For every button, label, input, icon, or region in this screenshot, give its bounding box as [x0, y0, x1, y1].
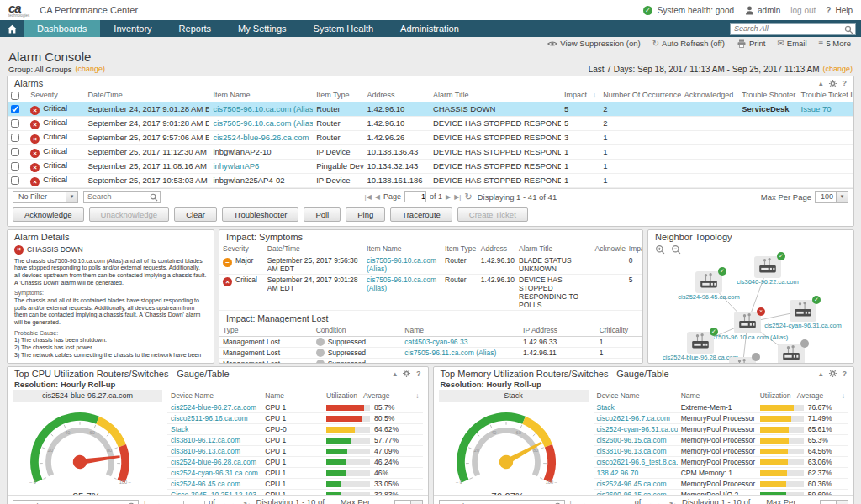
- topology-node[interactable]: cis2524-96.45.ca.com: [695, 271, 722, 293]
- col-alarm-title[interactable]: Alarm Title: [430, 89, 561, 102]
- row-checkbox[interactable]: [11, 176, 19, 185]
- page-number-input[interactable]: [183, 501, 205, 504]
- topology-node[interactable]: cis720496-6.ca.com.cis96 10: [778, 344, 805, 364]
- utilization-row[interactable]: 138.42.96.70 CPM Memory: 1 62.37%: [594, 467, 849, 478]
- group-change-link[interactable]: (change): [76, 65, 106, 74]
- row-checkbox[interactable]: [11, 148, 19, 156]
- utilization-row[interactable]: cisco2621-96.7.ca.com MemoryPool Process…: [594, 412, 849, 423]
- action-button[interactable]: Troubleshooter: [222, 207, 299, 222]
- utilization-row[interactable]: cisco2621-96.6_test.8.ca.com MemoryPool …: [594, 456, 849, 467]
- max-per-page-select[interactable]: 10 ▾: [820, 500, 848, 504]
- alarm-row[interactable]: Critical September 25, 2017 11:12:30 AM …: [8, 144, 853, 159]
- page-first-button[interactable]: |◀: [144, 499, 151, 504]
- cell-item-name[interactable]: cis2524-blue-96.26.ca.com: [209, 130, 313, 144]
- tab-administration[interactable]: Administration: [387, 20, 473, 37]
- page-first-button[interactable]: |◀: [365, 193, 372, 201]
- logout-link[interactable]: log out: [790, 6, 816, 15]
- cell-item-name[interactable]: inbgwlan225AP4-02: [209, 173, 313, 187]
- memory-search-input[interactable]: [439, 500, 565, 504]
- date-change-link[interactable]: (change): [822, 65, 853, 74]
- alarm-row[interactable]: Critical September 24, 2017 9:01:28 AM E…: [8, 102, 853, 116]
- utilization-row[interactable]: cis3810-96.12.ca.com CPU 1 57.77%: [167, 434, 423, 445]
- cell-trouble-ticket[interactable]: [798, 116, 853, 130]
- col-item-type[interactable]: Item Type: [313, 89, 363, 102]
- alarm-row[interactable]: Critical September 25, 2017 11:08:16 AM …: [8, 159, 853, 173]
- refresh-icon[interactable]: ↻: [243, 501, 251, 504]
- symptom-row[interactable]: Major September 25, 2017 9:56:38 AM EDT …: [219, 255, 642, 274]
- print-button[interactable]: Print: [737, 39, 766, 49]
- row-checkbox[interactable]: [11, 105, 19, 113]
- action-button[interactable]: Traceroute: [390, 207, 452, 222]
- cell-trouble-ticket[interactable]: [798, 130, 853, 144]
- email-button[interactable]: ✉ Email: [777, 39, 806, 48]
- collapse-icon[interactable]: ▴: [819, 79, 823, 87]
- page-first-button[interactable]: |◀: [570, 499, 577, 504]
- tab-reports[interactable]: Reports: [166, 20, 225, 37]
- gear-icon[interactable]: [828, 79, 837, 88]
- col-trouble-ticket[interactable]: Trouble Ticket ID: [798, 89, 853, 102]
- refresh-icon[interactable]: ↻: [669, 501, 677, 504]
- tab-inventory[interactable]: Inventory: [100, 20, 165, 37]
- management-lost-row[interactable]: Management Lost Suppressed cat4503-cyan-…: [219, 336, 642, 347]
- action-button[interactable]: Ping: [346, 207, 385, 222]
- utilization-row[interactable]: cis2600-96.15.ca.com MemoryPool Processo…: [594, 434, 849, 445]
- page-number-input[interactable]: [404, 191, 426, 202]
- collapse-icon[interactable]: ▴: [819, 370, 823, 378]
- col-trouble-shooter[interactable]: Trouble Shooter: [738, 89, 797, 102]
- gear-icon[interactable]: [828, 369, 837, 378]
- refresh-icon[interactable]: ↻: [464, 192, 472, 202]
- col-item-name[interactable]: Item Name: [209, 89, 313, 102]
- utilization-row[interactable]: Stack CPU-0 64.62%: [167, 423, 423, 434]
- alarm-row[interactable]: Critical September 24, 2017 9:01:28 AM E…: [8, 116, 853, 130]
- col-occurrences[interactable]: Number Of Occurrences: [600, 89, 681, 102]
- utilization-row[interactable]: cis2524-cyan-96.31.ca.com MemoryPool Pro…: [594, 423, 849, 434]
- col-severity[interactable]: Severity: [27, 89, 84, 102]
- tab-my-settings[interactable]: My Settings: [224, 20, 299, 37]
- cell-trouble-ticket[interactable]: [798, 159, 853, 173]
- utilization-row[interactable]: cis3810-96.13.ca.com CPU 1 47.09%: [167, 445, 423, 456]
- topology-node[interactable]: cis2524-cyan-96.31.ca.com: [790, 300, 816, 322]
- view-suppression-toggle[interactable]: View Suppression (on): [547, 39, 640, 49]
- management-lost-row[interactable]: Management Lost Suppressed cis7505-96.11…: [219, 347, 642, 358]
- utilization-row[interactable]: cis2524-blue-96.28.ca.com CPU 1 46.24%: [167, 456, 423, 467]
- page-number-input[interactable]: [610, 501, 631, 504]
- select-all-checkbox[interactable]: [11, 92, 19, 100]
- topology-node[interactable]: cis7505-96.10.ca.com (Alias): [734, 312, 761, 333]
- collapse-icon[interactable]: ▴: [393, 370, 397, 378]
- filter-dropdown[interactable]: No Filter ▾: [13, 191, 78, 203]
- page-last-button[interactable]: ▶|: [454, 193, 461, 201]
- alarm-row[interactable]: Critical September 25, 2017 9:57:06 AM E…: [8, 130, 853, 144]
- utilization-row[interactable]: cis2524-96.45.ca.com MemoryPool Processo…: [594, 478, 849, 489]
- symptom-row[interactable]: Critical September 24, 2017 9:01:28 AM E…: [219, 274, 642, 310]
- tab-system-health[interactable]: System Health: [300, 20, 388, 37]
- cell-item-name[interactable]: cis7505-96.10.ca.com (Alias): [209, 116, 313, 130]
- utilization-row[interactable]: cisco2511-96.16.ca.com CPU 1 80.5%: [167, 412, 423, 423]
- action-button[interactable]: Acknowledge: [13, 207, 84, 222]
- cpu-search-input[interactable]: [13, 500, 139, 504]
- utilization-row[interactable]: cis2524-96.45.ca.com CPU 1 33.05%: [167, 478, 423, 489]
- gear-icon[interactable]: [402, 369, 411, 378]
- panel-help-icon[interactable]: ?: [843, 370, 848, 378]
- action-button[interactable]: Unacknowledge: [89, 207, 170, 222]
- row-checkbox[interactable]: [11, 162, 19, 171]
- cell-trouble-ticket[interactable]: Issue 70: [798, 102, 853, 116]
- cell-trouble-ticket[interactable]: [798, 173, 853, 187]
- search-icon[interactable]: [150, 193, 158, 202]
- cell-item-name[interactable]: inbgwlanAP2-10: [209, 144, 313, 159]
- home-button[interactable]: [0, 20, 24, 37]
- topology-node[interactable]: cis3640-96.22.ca.com: [754, 256, 781, 278]
- topology-node[interactable]: cis2524-blue-96.28.ca.com: [687, 332, 714, 354]
- action-button[interactable]: Poll: [304, 207, 341, 222]
- panel-help-icon[interactable]: ?: [843, 79, 848, 87]
- cell-trouble-ticket[interactable]: [798, 144, 853, 159]
- action-button[interactable]: Clear: [174, 207, 217, 222]
- col-acknowledged[interactable]: Acknowledged: [681, 89, 738, 102]
- more-menu-button[interactable]: ≡ 5 More: [819, 39, 851, 48]
- row-checkbox[interactable]: [11, 134, 19, 142]
- auto-refresh-toggle[interactable]: ↻ Auto Refresh (off): [652, 39, 725, 48]
- max-per-page-select[interactable]: 10 ▾: [394, 500, 423, 504]
- page-prev-button[interactable]: ◀: [375, 193, 380, 201]
- col-datetime[interactable]: Date/Time: [85, 89, 210, 102]
- action-button[interactable]: Create Ticket: [457, 207, 528, 222]
- topology-node[interactable]: [729, 357, 756, 364]
